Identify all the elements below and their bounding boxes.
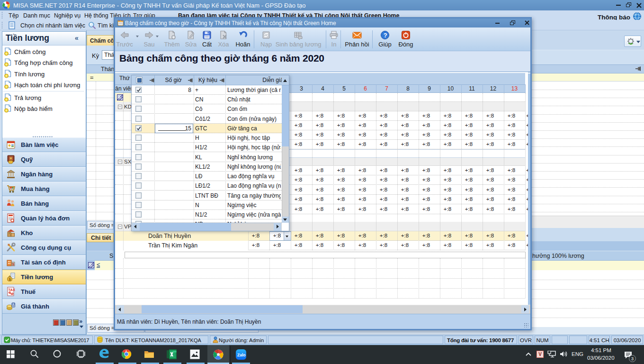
- svg-text:$: $: [12, 263, 14, 266]
- svg-text:$: $: [9, 277, 11, 282]
- svg-text:TAX: TAX: [9, 288, 15, 292]
- svg-text:?: ?: [384, 32, 387, 39]
